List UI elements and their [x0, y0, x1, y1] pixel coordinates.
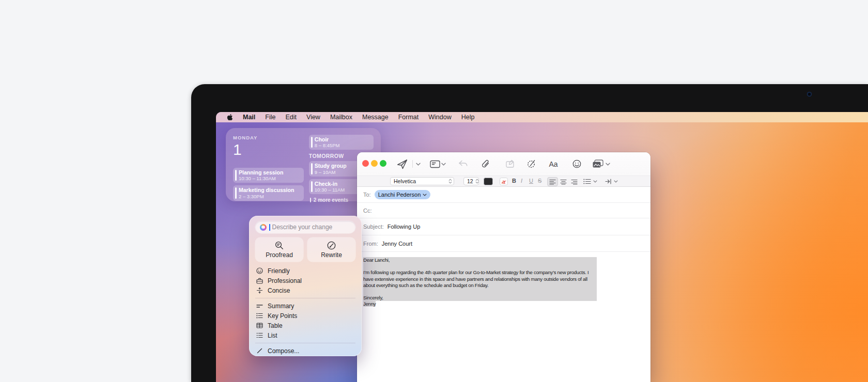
emoji-button[interactable] [570, 152, 583, 176]
chevron-down-icon [441, 163, 446, 166]
apple-menu-icon[interactable] [227, 114, 233, 121]
writing-tools-menu: Friendly Professional Concise [255, 266, 355, 356]
font-size-value: 12 [467, 178, 473, 184]
from-field[interactable]: From: Jenny Court [357, 235, 650, 252]
list-icon [255, 332, 264, 338]
font-family-stepper[interactable] [446, 179, 452, 184]
image-playground-button[interactable] [524, 152, 538, 176]
calendar-day-number: 1 [233, 142, 307, 157]
briefcase-icon [255, 278, 264, 284]
align-center-button[interactable] [558, 177, 569, 186]
header-fields-chevron[interactable] [440, 152, 447, 176]
menu-item-help[interactable]: Help [461, 112, 475, 122]
toolbar-separator [412, 160, 413, 168]
proofread-label: Proofread [266, 251, 293, 259]
photo-browser-button[interactable] [591, 152, 605, 176]
body-line: Dear Lanchi, [363, 257, 597, 263]
align-right-button[interactable] [569, 177, 580, 186]
recipient-token[interactable]: Lanchi Pederson [375, 190, 431, 199]
menu-item-table[interactable]: Table [255, 321, 355, 330]
calendar-day-label: MONDAY [233, 135, 307, 140]
chevron-down-icon [606, 163, 610, 166]
menu-item-mail[interactable]: Mail [243, 112, 255, 122]
menu-item-format[interactable]: Format [398, 112, 419, 122]
cc-field[interactable]: Cc: [357, 203, 650, 218]
compose-toolbar: Aa [357, 152, 650, 176]
menu-item-file[interactable]: File [265, 112, 275, 122]
body-line-blank [363, 263, 597, 269]
concise-icon [255, 287, 264, 294]
input-placeholder: Describe your change [272, 224, 333, 231]
list-style-button[interactable] [583, 179, 597, 184]
format-button[interactable]: Aa [546, 152, 561, 176]
minimize-window-button[interactable] [371, 160, 378, 167]
menu-item-concise[interactable]: Concise [255, 285, 355, 295]
text-caret [269, 224, 270, 231]
mac-screen: Mail File Edit View Mailbox Message Form… [216, 112, 868, 382]
emoji-smiley-icon [572, 160, 581, 168]
menu-bar: Mail File Edit View Mailbox Message Form… [216, 112, 868, 122]
key-points-icon [255, 313, 264, 319]
body-line-signature: Jenny [363, 301, 644, 307]
calendar-event[interactable]: Choir 8 – 8:45PM [309, 135, 374, 150]
bold-button[interactable]: B [512, 178, 516, 184]
menu-item-professional[interactable]: Professional [255, 276, 355, 285]
calendar-event[interactable]: Marketing discussion 2 – 3:30PM [233, 185, 304, 200]
menu-item-friendly[interactable]: Friendly [255, 266, 355, 276]
align-left-button[interactable] [547, 177, 558, 186]
chevron-down-icon [614, 180, 618, 183]
menu-item-summary[interactable]: Summary [255, 301, 355, 311]
text-color-swatch[interactable] [484, 178, 493, 185]
proofread-button[interactable]: Proofread [255, 237, 303, 262]
send-options-chevron[interactable] [414, 152, 422, 176]
rewrite-button[interactable]: Rewrite [307, 237, 355, 262]
menu-item-list[interactable]: List [255, 330, 355, 340]
event-time: 8 – 8:45PM [315, 142, 370, 148]
menu-item-mailbox[interactable]: Mailbox [330, 112, 352, 122]
event-title: Marketing discussion [239, 187, 300, 193]
to-field[interactable]: To: Lanchi Pederson [357, 187, 650, 203]
menu-item-view[interactable]: View [306, 112, 320, 122]
calendar-event[interactable]: Planning session 10:30 – 11:30AM [233, 168, 304, 183]
attach-button[interactable] [479, 152, 492, 176]
menu-item-edit[interactable]: Edit [285, 112, 297, 122]
align-center-icon [560, 179, 567, 185]
subject-field[interactable]: Subject: Following Up [357, 218, 650, 235]
photos-icon [592, 160, 603, 168]
highlight-color-swatch[interactable]: a [500, 178, 508, 185]
mail-compose-window: Aa Helvetica [357, 152, 650, 382]
body-line: about everything such as the schedule an… [363, 282, 597, 289]
subject-label: Subject: [363, 224, 384, 230]
menu-item-message[interactable]: Message [362, 112, 389, 122]
rewrite-pencil-icon [327, 241, 336, 250]
chevron-down-icon [423, 194, 427, 196]
close-window-button[interactable] [362, 160, 369, 167]
event-time: 10:30 – 11:30AM [239, 176, 300, 181]
summary-icon [255, 304, 264, 309]
menu-item-window[interactable]: Window [428, 112, 451, 122]
menu-item-key-points[interactable]: Key Points [255, 311, 355, 321]
strikethrough-button[interactable]: S [538, 178, 541, 184]
font-size-stepper[interactable] [473, 179, 479, 184]
menu-divider [255, 298, 355, 298]
image-playground-icon [526, 159, 536, 169]
underline-button[interactable]: U [529, 178, 533, 184]
menu-item-compose[interactable]: Compose... [255, 346, 355, 356]
list-style-icon [583, 179, 591, 184]
align-right-icon [571, 179, 578, 185]
indent-button[interactable] [605, 179, 618, 184]
italic-button[interactable]: I [521, 178, 522, 184]
event-title: Choir [315, 136, 370, 142]
zoom-window-button[interactable] [380, 160, 386, 167]
event-title: Planning session [239, 169, 300, 176]
font-size-select[interactable]: 12 [463, 177, 479, 185]
font-family-select[interactable]: Helvetica [390, 177, 454, 185]
message-body-editor[interactable]: Dear Lanchi, I’m following up regarding … [357, 252, 650, 308]
photo-browser-chevron[interactable] [604, 152, 611, 176]
from-label: From: [363, 241, 378, 247]
reply-arrow-icon [458, 160, 468, 168]
send-button[interactable] [395, 152, 409, 176]
rewrite-label: Rewrite [321, 251, 342, 259]
describe-change-input[interactable]: Describe your change [255, 221, 355, 233]
proofread-magnifier-icon [275, 241, 284, 250]
